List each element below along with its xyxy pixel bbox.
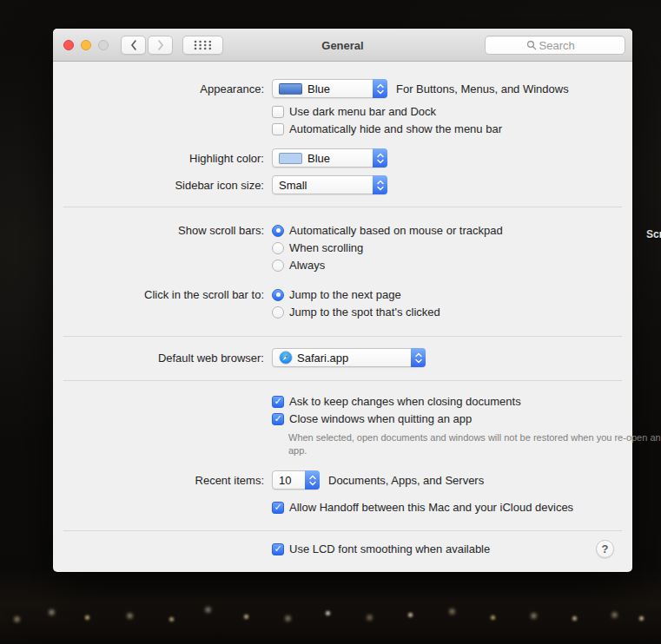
scrollclick-option-label: Jump to the spot that's clicked [289, 306, 440, 319]
highlight-popup[interactable]: Blue [272, 148, 387, 168]
scrollbars-option-label: When scrolling [289, 241, 363, 254]
checkbox-box [272, 396, 284, 408]
scrollbars-option-label: Always [289, 259, 325, 272]
zoom-button[interactable] [98, 40, 109, 50]
scrollclick-label: Click in the scroll bar to: [53, 288, 264, 301]
scrollclick-radio-next-page[interactable]: Jump to the next page [272, 288, 401, 301]
radio-button [272, 242, 284, 254]
scrollbars-option-label: Automatically based on mouse or trackpad [289, 224, 503, 237]
scrollclick-row-2: Jump to the spot that's clicked [53, 306, 632, 319]
search-input[interactable] [539, 39, 585, 52]
checkbox-box [272, 123, 284, 135]
recent-items-value: 10 [279, 474, 305, 487]
general-pane: Appearance: Blue For Buttons, Menus, and… [53, 62, 632, 571]
scrollbars-row-1: Show scroll bars: Automatically based on… [53, 224, 632, 237]
back-button[interactable] [121, 36, 146, 55]
ask-keep-changes-checkbox[interactable]: Ask to keep changes when closing documen… [272, 395, 521, 408]
scrollclick-radio-spot-clicked[interactable]: Jump to the spot that's clicked [272, 306, 440, 319]
autohide-menubar-checkbox[interactable]: Automatically hide and show the menu bar [272, 122, 502, 135]
radio-button [272, 225, 284, 237]
close-button[interactable] [63, 40, 74, 50]
popup-stepper-icon [305, 470, 320, 490]
ask-keep-changes-label: Ask to keep changes when closing documen… [289, 395, 521, 408]
lcd-smoothing-checkbox[interactable]: Use LCD font smoothing when available [272, 542, 490, 555]
system-preferences-window: General Appearance: Blue For Buttons, Me… [53, 29, 632, 572]
appearance-hint: For Buttons, Menus, and Windows [396, 82, 569, 95]
appearance-color-swatch [279, 83, 302, 95]
lcd-smoothing-row: Use LCD font smoothing when available [53, 542, 632, 555]
chevron-right-icon [157, 40, 164, 50]
recent-items-label: Recent items: [53, 474, 264, 487]
search-icon [526, 40, 537, 50]
highlight-color-swatch [279, 153, 302, 164]
section-divider [63, 207, 622, 207]
handoff-row: Allow Handoff between this Mac and your … [53, 501, 632, 514]
close-windows-label: Close windows when quitting an app [289, 412, 472, 425]
ask-keep-changes-row: Ask to keep changes when closing documen… [53, 395, 632, 408]
scrollbars-radio-auto[interactable]: Automatically based on mouse or trackpad [272, 224, 503, 237]
scrollclick-row-1: Click in the scroll bar to: Jump to the … [53, 288, 632, 301]
recent-items-row: Recent items: 10 Documents, Apps, and Se… [53, 470, 632, 490]
section-divider [63, 530, 622, 531]
checkbox-box [272, 502, 284, 514]
recent-items-hint: Documents, Apps, and Servers [328, 474, 484, 487]
show-all-button[interactable] [182, 36, 223, 55]
checkbox-box [272, 106, 284, 118]
scrollbars-label: Show scroll bars: [53, 224, 264, 237]
radio-button [272, 260, 284, 272]
checkbox-box [272, 543, 284, 555]
dark-menu-checkbox[interactable]: Use dark menu bar and Dock [272, 105, 436, 118]
scrollbars-radio-when-scrolling[interactable]: When scrolling [272, 241, 363, 254]
highlight-value: Blue [307, 152, 373, 165]
highlight-label: Highlight color: [53, 152, 264, 165]
titlebar: General [53, 29, 632, 62]
popup-stepper-icon [411, 348, 426, 367]
scrollbars-radio-always[interactable]: Always [272, 259, 325, 272]
nav-buttons [121, 36, 173, 55]
sidebar-size-popup[interactable]: Small [272, 175, 387, 194]
city-lights [0, 613, 3, 615]
appearance-value: Blue [307, 82, 373, 95]
popup-stepper-icon [373, 79, 387, 98]
close-windows-checkbox[interactable]: Close windows when quitting an app [272, 412, 472, 425]
autohide-row: Automatically hide and show the menu bar [53, 122, 632, 135]
browser-popup[interactable]: Safari.app [272, 348, 426, 367]
forward-button[interactable] [148, 36, 173, 55]
section-divider [63, 380, 622, 381]
appearance-label: Appearance: [53, 82, 264, 95]
help-button[interactable]: ? [596, 540, 614, 558]
section-divider [63, 336, 622, 337]
handoff-label: Allow Handoff between this Mac and your … [289, 501, 573, 514]
desktop-ground [0, 569, 661, 644]
documents-note: When selected, open documents and window… [288, 431, 661, 458]
autohide-label: Automatically hide and show the menu bar [289, 122, 502, 135]
sidebar-size-label: Sidebar icon size: [53, 179, 264, 192]
checkbox-box [272, 413, 284, 425]
sidebar-size-row: Sidebar icon size: Small [53, 175, 632, 194]
browser-row: Default web browser: Safari.app [53, 348, 632, 367]
appearance-row: Appearance: Blue For Buttons, Menus, and… [53, 79, 632, 98]
popup-stepper-icon [373, 148, 387, 168]
safari-icon [279, 351, 293, 365]
close-windows-row: Close windows when quitting an app [53, 412, 632, 425]
popup-stepper-icon [373, 175, 387, 194]
scrollbars-row-2: When scrolling [53, 241, 632, 254]
radio-button [272, 306, 284, 319]
handoff-checkbox[interactable]: Allow Handoff between this Mac and your … [272, 501, 573, 514]
desktop-item-label: Scr [646, 228, 661, 240]
sidebar-size-value: Small [279, 179, 373, 192]
scrollbars-row-3: Always [53, 259, 632, 272]
grid-icon [193, 39, 213, 51]
minimize-button[interactable] [81, 40, 91, 50]
search-field[interactable] [485, 36, 625, 55]
recent-items-popup[interactable]: 10 [272, 470, 320, 490]
chevron-left-icon [130, 40, 137, 50]
lcd-smoothing-label: Use LCD font smoothing when available [289, 542, 490, 555]
browser-label: Default web browser: [53, 352, 264, 365]
appearance-popup[interactable]: Blue [272, 79, 387, 98]
scrollclick-option-label: Jump to the next page [289, 288, 401, 301]
browser-value: Safari.app [297, 352, 411, 365]
radio-button [272, 289, 284, 301]
dark-menu-label: Use dark menu bar and Dock [289, 105, 436, 118]
traffic-lights [63, 40, 109, 50]
